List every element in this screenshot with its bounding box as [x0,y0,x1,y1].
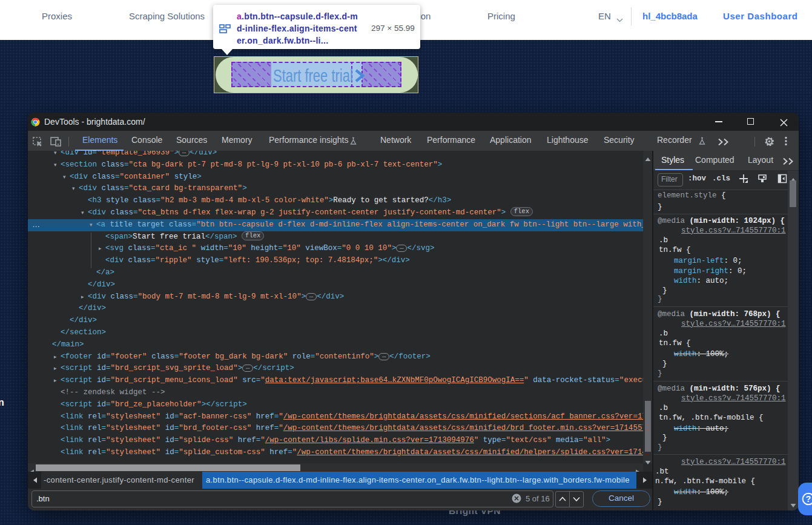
svg-text:?: ? [806,494,811,504]
